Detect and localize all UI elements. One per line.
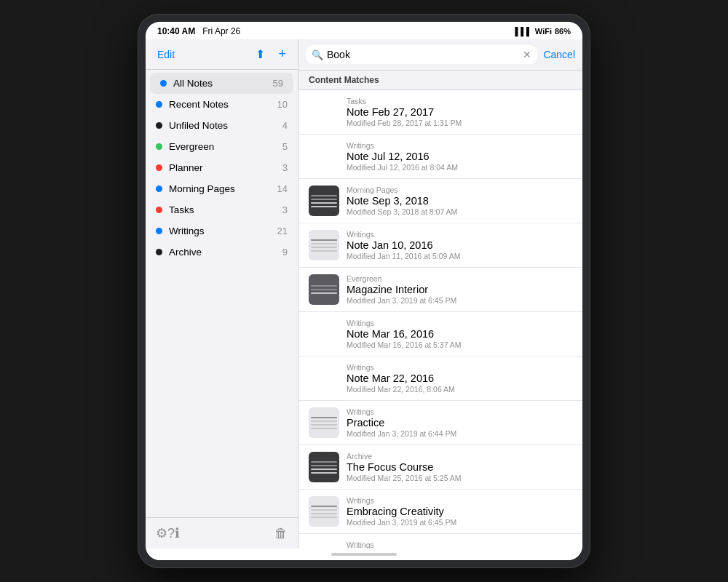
dot-morning-pages [156, 186, 162, 192]
info-icon[interactable]: ℹ [175, 525, 180, 541]
content-area: 🔍 ✕ Cancel Content Matches Tasks Note Fe… [298, 39, 582, 549]
sidebar-item-writings[interactable]: Writings 21 [146, 220, 298, 242]
sidebar-count-recent-notes: 10 [277, 99, 288, 110]
sidebar-bottom: ⚙ ? ℹ 🗑 [146, 517, 298, 549]
trash-icon[interactable]: 🗑 [274, 526, 288, 541]
note-title-6: Note Mar 16, 2016 [347, 328, 572, 340]
note-title-9: The Focus Course [347, 461, 572, 473]
sidebar-label-recent-notes: Recent Notes [169, 99, 277, 110]
dot-unfiled-notes [156, 122, 162, 129]
sidebar-count-planner: 3 [282, 162, 288, 173]
clear-search-icon[interactable]: ✕ [523, 49, 531, 60]
note-item-10[interactable]: Writings Embracing Creativity Modified J… [298, 490, 582, 534]
sidebar-count-evergreen: 5 [282, 141, 288, 152]
dot-all-notes [160, 80, 167, 87]
sidebar-count-writings: 21 [277, 226, 288, 236]
note-modified-5: Modified Jan 3, 2019 at 6:45 PM [347, 296, 572, 305]
help-icon[interactable]: ? [167, 526, 175, 541]
sidebar-label-archive: Archive [169, 247, 282, 258]
note-title-10: Embracing Creativity [347, 506, 572, 517]
wifi-icon: WiFi [535, 27, 552, 36]
cancel-button[interactable]: Cancel [543, 49, 575, 60]
note-folder-9: Archive [347, 452, 572, 461]
home-indicator-bar [331, 553, 397, 556]
add-note-button[interactable]: + [275, 45, 289, 63]
settings-icon[interactable]: ⚙ [156, 525, 167, 541]
sidebar-label-planner: Planner [169, 162, 282, 173]
note-item-2[interactable]: Writings Note Jul 12, 2016 Modified Jul … [298, 135, 582, 179]
note-text-4: Writings Note Jan 10, 2016 Modified Jan … [347, 230, 572, 260]
status-date: Fri Apr 26 [202, 26, 240, 36]
signal-icon: ▌▌▌ [515, 27, 531, 36]
note-folder-8: Writings [347, 407, 572, 416]
note-folder-10: Writings [347, 496, 572, 505]
note-item-5[interactable]: Evergreen Magazine Interior Modified Jan… [298, 268, 582, 312]
search-bar: 🔍 ✕ Cancel [298, 39, 582, 71]
dot-writings [156, 228, 162, 234]
sidebar-count-archive: 9 [282, 247, 288, 258]
sidebar-label-writings: Writings [169, 226, 277, 236]
sidebar-label-all-notes: All Notes [173, 78, 273, 89]
app-body: Edit ⬆ + All Notes 59 Recent Notes 10 Un… [146, 39, 582, 549]
device-frame: 10:40 AM Fri Apr 26 ▌▌▌ WiFi 86% Edit ⬆ … [138, 15, 590, 567]
note-folder-1: Tasks [347, 97, 572, 105]
note-text-10: Writings Embracing Creativity Modified J… [347, 496, 572, 527]
sidebar-item-morning-pages[interactable]: Morning Pages 14 [146, 178, 298, 199]
sidebar: Edit ⬆ + All Notes 59 Recent Notes 10 Un… [146, 39, 298, 549]
note-item-7[interactable]: Writings Note Mar 22, 2016 Modified Mar … [298, 356, 582, 401]
note-modified-4: Modified Jan 11, 2016 at 5:09 AM [347, 252, 572, 260]
note-item-3[interactable]: Morning Pages Note Sep 3, 2018 Modified … [298, 179, 582, 223]
search-input[interactable] [327, 49, 519, 60]
edit-button[interactable]: Edit [154, 47, 178, 62]
note-text-11: Writings Note Feb 4, 2016 Modified Feb 4… [347, 541, 572, 549]
sidebar-count-morning-pages: 14 [277, 183, 288, 194]
sidebar-item-archive[interactable]: Archive 9 [146, 242, 298, 263]
note-title-2: Note Jul 12, 2016 [347, 151, 572, 162]
note-text-5: Evergreen Magazine Interior Modified Jan… [347, 274, 572, 305]
content-matches-header: Content Matches [298, 71, 582, 90]
note-text-9: Archive The Focus Course Modified Mar 25… [347, 452, 572, 482]
sidebar-label-tasks: Tasks [169, 204, 282, 215]
note-modified-8: Modified Jan 3, 2019 at 6:44 PM [347, 429, 572, 438]
sidebar-item-all-notes[interactable]: All Notes 59 [150, 73, 293, 94]
note-title-4: Note Jan 10, 2016 [347, 239, 572, 251]
sidebar-list: All Notes 59 Recent Notes 10 Unfiled Not… [146, 70, 298, 517]
note-thumb-4 [309, 230, 339, 260]
note-modified-6: Modified Mar 16, 2016 at 5:37 AM [347, 340, 572, 349]
note-item-4[interactable]: Writings Note Jan 10, 2016 Modified Jan … [298, 223, 582, 268]
note-item-6[interactable]: Writings Note Mar 16, 2016 Modified Mar … [298, 312, 582, 356]
sidebar-item-planner[interactable]: Planner 3 [146, 157, 298, 178]
note-item-8[interactable]: Writings Practice Modified Jan 3, 2019 a… [298, 401, 582, 445]
note-thumb-10 [309, 496, 339, 527]
sidebar-item-evergreen[interactable]: Evergreen 5 [146, 136, 298, 157]
share-button[interactable]: ⬆ [253, 46, 268, 63]
battery-icon: 86% [555, 27, 571, 36]
note-modified-9: Modified Mar 25, 2016 at 5:25 AM [347, 474, 572, 482]
note-title-3: Note Sep 3, 2018 [347, 195, 572, 207]
sidebar-item-recent-notes[interactable]: Recent Notes 10 [146, 94, 298, 115]
note-item-9[interactable]: Archive The Focus Course Modified Mar 25… [298, 445, 582, 490]
note-thumb-9 [309, 452, 339, 482]
note-thumb-5 [309, 274, 339, 305]
note-modified-3: Modified Sep 3, 2018 at 8:07 AM [347, 207, 572, 216]
note-modified-2: Modified Jul 12, 2016 at 8:04 AM [347, 163, 572, 172]
note-title-1: Note Feb 27, 2017 [347, 106, 572, 118]
sidebar-label-unfiled-notes: Unfiled Notes [169, 120, 282, 131]
note-text-1: Tasks Note Feb 27, 2017 Modified Feb 28,… [347, 97, 572, 127]
dot-planner [156, 164, 162, 171]
dot-recent-notes [156, 101, 162, 108]
search-icon: 🔍 [312, 49, 323, 60]
sidebar-item-unfiled-notes[interactable]: Unfiled Notes 4 [146, 115, 298, 136]
dot-archive [156, 249, 162, 255]
status-bar: 10:40 AM Fri Apr 26 ▌▌▌ WiFi 86% [146, 22, 582, 39]
dot-evergreen [156, 143, 162, 150]
note-title-7: Note Mar 22, 2016 [347, 372, 572, 384]
note-item-1[interactable]: Tasks Note Feb 27, 2017 Modified Feb 28,… [298, 90, 582, 135]
note-folder-7: Writings [347, 363, 572, 372]
sidebar-toolbar: Edit ⬆ + [146, 39, 298, 70]
note-item-11[interactable]: Writings Note Feb 4, 2016 Modified Feb 4… [298, 534, 582, 549]
note-folder-5: Evergreen [347, 274, 572, 283]
note-folder-2: Writings [347, 141, 572, 150]
note-folder-3: Morning Pages [347, 186, 572, 194]
sidebar-item-tasks[interactable]: Tasks 3 [146, 199, 298, 220]
